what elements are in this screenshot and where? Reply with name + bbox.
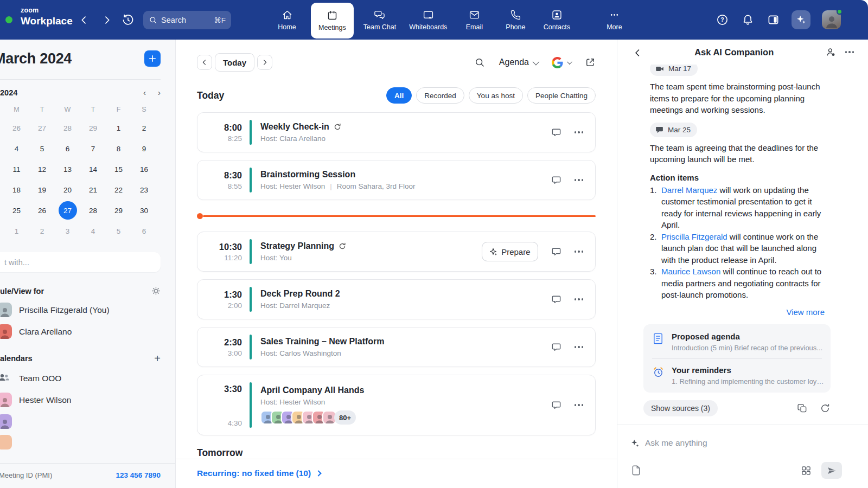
calendar-item-row[interactable]: Team OOO (0, 371, 161, 386)
calendar-day[interactable]: 2 (29, 221, 55, 241)
calendar-day[interactable]: 28 (80, 200, 106, 221)
person-link[interactable]: Darrel Marquez (661, 185, 717, 195)
person-link[interactable]: Priscilla Fitzgerald (661, 232, 727, 241)
meeting-card[interactable]: 8:308:55 Brainstorming Session Host: Hes… (197, 160, 596, 200)
next-day-button[interactable] (257, 55, 272, 70)
meeting-id-value[interactable]: 123 456 7890 (116, 471, 161, 479)
prepare-button[interactable]: Prepare (482, 242, 538, 261)
meeting-chat-icon[interactable] (551, 127, 561, 138)
meeting-more-menu-icon[interactable] (575, 248, 584, 255)
google-calendar-dropdown[interactable] (552, 57, 571, 68)
copy-icon[interactable] (797, 403, 808, 414)
apps-grid-icon[interactable] (801, 465, 812, 476)
meeting-more-menu-icon[interactable] (575, 177, 584, 183)
calendar-day[interactable]: 18 (4, 179, 29, 200)
calendar-day[interactable]: 30 (131, 200, 157, 221)
calendar-day[interactable]: 17 (0, 179, 4, 200)
filter-people-chatting[interactable]: People Chatting (527, 87, 596, 104)
tab-whiteboards[interactable]: Whiteboards (406, 0, 450, 40)
send-button[interactable] (821, 462, 842, 479)
calendar-day[interactable]: 11 (4, 159, 29, 179)
nav-forward-icon[interactable] (100, 13, 114, 27)
meeting-more-menu-icon[interactable] (575, 402, 584, 408)
calendar-day[interactable]: 5 (106, 221, 131, 241)
calendar-item-row[interactable] (0, 414, 161, 429)
attach-file-icon[interactable] (630, 465, 642, 476)
meeting-card[interactable]: 10:3011:20 Strategy Planning Host: You P… (197, 232, 596, 272)
tab-home[interactable]: Home (270, 0, 304, 40)
calendar-item-row-partial[interactable] (0, 435, 161, 450)
calendar-day[interactable]: 16 (131, 159, 157, 179)
calendar-day[interactable]: 13 (55, 159, 80, 179)
meeting-more-menu-icon[interactable] (575, 129, 584, 136)
calendar-day[interactable]: 4 (80, 221, 106, 241)
tab-more[interactable]: More (597, 0, 631, 40)
person-link[interactable]: Maurice Lawson (661, 267, 720, 276)
tab-email[interactable]: Email (457, 0, 492, 40)
schedule-person-row[interactable]: Priscilla Fitzgerald (You) (0, 303, 161, 317)
view-more-link[interactable]: View more (650, 307, 825, 317)
ai-more-menu-icon[interactable] (845, 49, 854, 55)
calendar-day[interactable]: 4 (4, 138, 29, 159)
calendar-day[interactable]: 23 (131, 179, 157, 200)
global-search-input[interactable]: Search ⌘F (143, 11, 231, 29)
calendar-day[interactable]: 12 (29, 159, 55, 179)
ai-companion-button[interactable] (792, 10, 810, 29)
your-reminders-row[interactable]: Your reminders 1. Refining and implement… (652, 365, 822, 386)
regenerate-icon[interactable] (820, 403, 831, 414)
ai-conversation[interactable]: Mar 17 The team spent time brainstorming… (617, 65, 868, 425)
meeting-chat-icon[interactable] (551, 294, 561, 305)
calendar-day[interactable]: 27 (55, 200, 80, 221)
calendar-day[interactable]: 15 (106, 159, 131, 179)
tab-meetings[interactable]: Meetings (311, 3, 354, 38)
calendar-day[interactable]: 26 (29, 200, 55, 221)
meeting-chat-icon[interactable] (551, 342, 561, 352)
minical-next-icon[interactable]: › (158, 88, 161, 97)
calendar-day[interactable]: 1 (4, 221, 29, 241)
notifications-bell-icon[interactable] (741, 13, 755, 27)
history-icon[interactable] (120, 12, 136, 28)
filter-recorded[interactable]: Recorded (416, 87, 464, 104)
user-avatar[interactable] (822, 10, 841, 29)
calendar-day[interactable]: 31 (0, 221, 4, 241)
meeting-card[interactable]: 8:008:25 Weekly Check-in Host: Clara Are… (197, 112, 596, 152)
ai-persona-icon[interactable] (826, 47, 837, 57)
tab-phone[interactable]: Phone (498, 0, 533, 40)
prev-day-button[interactable] (197, 55, 212, 70)
calendar-day[interactable]: 6 (131, 221, 157, 241)
meeting-chat-icon[interactable] (551, 247, 561, 257)
calendar-day[interactable]: 3 (55, 221, 80, 241)
calendar-day[interactable]: 8 (106, 138, 131, 159)
calendar-day[interactable]: 2 (131, 118, 157, 138)
schedule-person-row[interactable]: Clara Arellano (0, 324, 161, 339)
add-calendar-plus-icon[interactable]: + (154, 353, 161, 364)
calendar-day[interactable]: 7 (80, 138, 106, 159)
calendar-day[interactable]: 27 (29, 118, 55, 138)
meeting-chat-icon[interactable] (551, 175, 561, 185)
meeting-card[interactable]: 2:303:00 Sales Training – New Platform H… (197, 327, 596, 367)
nav-back-icon[interactable] (77, 13, 91, 27)
today-button[interactable]: Today (215, 53, 254, 72)
tab-contacts[interactable]: Contacts (539, 0, 574, 40)
ai-back-icon[interactable] (633, 48, 643, 58)
meeting-more-menu-icon[interactable] (575, 296, 584, 303)
calendar-day[interactable]: 3 (0, 138, 4, 159)
proposed-agenda-row[interactable]: Proposed agenda Introduction (5 min) Bri… (652, 332, 822, 352)
calendar-day[interactable]: 29 (106, 200, 131, 221)
calendar-day[interactable]: 28 (55, 118, 80, 138)
calendar-day[interactable]: 25 (0, 118, 4, 138)
open-external-icon[interactable] (585, 57, 596, 68)
calendar-day[interactable]: 6 (55, 138, 80, 159)
view-mode-dropdown[interactable]: Agenda (499, 57, 538, 67)
calendar-day[interactable]: 19 (29, 179, 55, 200)
tab-team-chat[interactable]: Team Chat (360, 0, 399, 40)
calendar-day[interactable]: 25 (4, 200, 29, 221)
meet-with-input[interactable]: t with... (0, 252, 161, 272)
calendar-day[interactable]: 24 (0, 200, 4, 221)
calendar-item-row[interactable]: Hester Wilson (0, 393, 161, 407)
calendar-day[interactable]: 29 (80, 118, 106, 138)
search-meetings-icon[interactable] (474, 57, 485, 68)
side-panel-toggle-icon[interactable] (766, 13, 780, 27)
meeting-chat-icon[interactable] (551, 400, 561, 410)
filter-all[interactable]: All (386, 87, 412, 104)
